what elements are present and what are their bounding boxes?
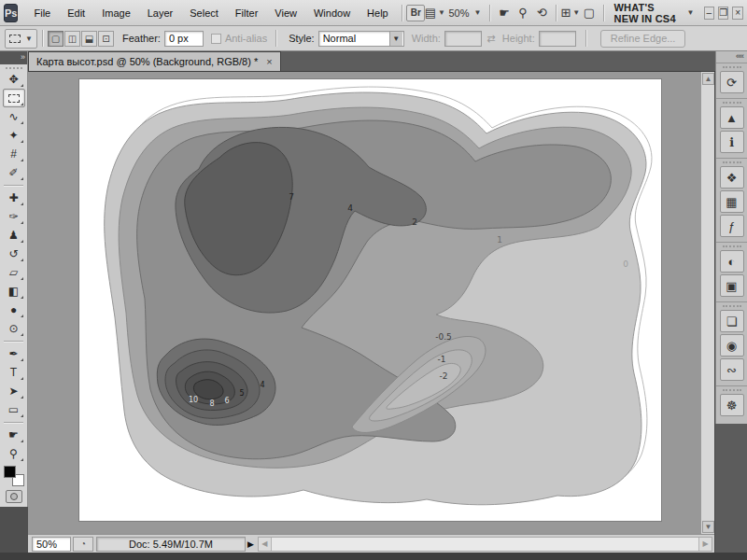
feather-input[interactable]: 0 px	[164, 31, 204, 47]
color-panel-icon[interactable]: ❖	[720, 166, 744, 189]
swatches-panel-icon[interactable]: ▦	[720, 190, 744, 213]
view-extras-button[interactable]: ▤ ▼	[425, 4, 444, 22]
status-menu-arrow-icon[interactable]: ▶	[247, 539, 254, 549]
paths-panel-icon[interactable]: ∾	[720, 358, 744, 381]
scroll-left-icon[interactable]: ◀	[259, 538, 272, 551]
foreground-color-swatch[interactable]	[4, 466, 16, 478]
vertical-scrollbar[interactable]: ▲ ▼	[700, 72, 714, 534]
menu-help[interactable]: Help	[359, 5, 397, 21]
marquee-icon	[8, 94, 20, 103]
bridge-button[interactable]: Br	[406, 5, 425, 21]
path-selection-tool[interactable]: ➤	[3, 382, 25, 400]
styles-panel-icon[interactable]: ƒ	[720, 215, 744, 237]
panel-group-grip[interactable]	[723, 102, 741, 104]
contour-label--0.5: -0.5	[435, 332, 452, 342]
move-tool[interactable]: ✥	[3, 70, 25, 89]
hand-tool[interactable]: ☛	[3, 426, 25, 444]
menu-edit[interactable]: Edit	[59, 5, 93, 21]
blur-tool[interactable]: ●	[3, 301, 25, 319]
document-page[interactable]: 74210-0.5-1-2456810	[79, 79, 661, 521]
width-input[interactable]	[444, 31, 482, 47]
panel-group-grip[interactable]	[723, 389, 741, 391]
menu-window[interactable]: Window	[305, 5, 359, 21]
scroll-up-icon[interactable]: ▲	[702, 73, 714, 85]
menu-view[interactable]: View	[266, 5, 305, 21]
zoom-tool[interactable]: ⚲	[3, 444, 25, 463]
shape-tool[interactable]: ▭	[3, 400, 25, 419]
style-select[interactable]: Normal ▼	[318, 31, 404, 47]
intersect-selection-button[interactable]: ⊡	[98, 31, 114, 47]
whats-new-menu[interactable]: WHAT'S NEW IN CS4 ▼	[609, 2, 700, 24]
anti-alias-checkbox[interactable]	[211, 34, 221, 44]
tools-panel-collapse-button[interactable]: »	[0, 51, 27, 64]
status-flyout-icon[interactable]: ◔	[73, 537, 93, 552]
navigator-panel-icon[interactable]: ☸	[720, 394, 744, 416]
tool-preset-picker[interactable]: ▼	[5, 29, 37, 49]
channels-panel-icon[interactable]: ◉	[720, 334, 744, 357]
restore-button[interactable]: ❐	[718, 7, 728, 20]
quick-selection-tool[interactable]: ✦	[3, 126, 25, 145]
swap-dimensions-icon[interactable]: ⇄	[482, 29, 500, 48]
tools-panel-grip[interactable]	[6, 67, 22, 69]
panel-group: ⟳	[716, 63, 747, 98]
blur-tool-icon: ●	[10, 303, 17, 316]
rectangular-marquee-tool[interactable]	[3, 89, 25, 107]
status-zoom-input[interactable]: 50%	[32, 537, 71, 552]
quick-mask-button[interactable]	[6, 490, 22, 503]
zoom-tool-button[interactable]: ⚲	[514, 4, 532, 22]
scroll-right-icon[interactable]: ▶	[698, 538, 712, 551]
menu-select[interactable]: Select	[181, 5, 227, 21]
history-panel-icon[interactable]: ⟳	[720, 71, 744, 93]
lasso-tool[interactable]: ∿	[3, 107, 25, 126]
panel-dock: «« ⟳▲ℹ❖▦ƒ◐▣❏◉∾☸	[715, 51, 747, 553]
eyedropper-tool[interactable]: ✐	[3, 163, 25, 182]
dock-collapse-button[interactable]: ««	[716, 51, 747, 63]
layers-panel-icon[interactable]: ❏	[720, 310, 744, 332]
canvas-work-area[interactable]: 74210-0.5-1-2456810	[28, 72, 700, 534]
info-panel-icon[interactable]: ℹ	[720, 131, 744, 153]
menu-layer[interactable]: Layer	[139, 5, 182, 21]
tab-close-icon[interactable]: ×	[266, 56, 272, 67]
flyout-corner-icon	[21, 221, 23, 224]
scroll-down-icon[interactable]: ▼	[702, 521, 714, 533]
brush-tool[interactable]: ✑	[3, 207, 25, 226]
shape-tool-icon: ▭	[8, 403, 19, 416]
zoom-level-control[interactable]: 50% ▼	[444, 7, 485, 19]
refine-edge-button[interactable]: Refine Edge...	[600, 30, 686, 48]
subtract-from-selection-button[interactable]: ⬓	[81, 31, 97, 47]
gradient-tool[interactable]: ◧	[3, 282, 25, 301]
menu-image[interactable]: Image	[93, 5, 139, 21]
type-tool[interactable]: T	[3, 363, 25, 382]
height-input[interactable]	[539, 31, 576, 47]
panel-group-grip[interactable]	[723, 305, 741, 307]
quick-selection-tool-icon: ✦	[8, 129, 18, 142]
clone-stamp-tool[interactable]: ♟	[3, 226, 25, 245]
screen-mode-button[interactable]: ▢	[580, 4, 599, 22]
eraser-tool[interactable]: ▱	[3, 263, 25, 282]
histogram-panel-icon[interactable]: ▲	[720, 106, 744, 129]
divider	[4, 185, 23, 186]
healing-brush-tool[interactable]: ✚	[3, 189, 25, 207]
new-selection-button[interactable]: ▢	[48, 31, 63, 47]
flyout-corner-icon	[21, 458, 23, 461]
panel-group-grip[interactable]	[723, 245, 741, 247]
pen-tool[interactable]: ✒	[3, 344, 25, 363]
minimize-button[interactable]: –	[704, 7, 714, 20]
history-brush-tool[interactable]: ↺	[3, 245, 25, 263]
close-button[interactable]: ×	[732, 7, 742, 20]
arrange-documents-button[interactable]: ⊞ ▼	[561, 4, 580, 22]
panel-group-grip[interactable]	[723, 66, 741, 68]
hand-tool-button[interactable]: ☛	[495, 4, 514, 22]
healing-brush-tool-icon: ✚	[8, 191, 18, 204]
dodge-tool[interactable]: ⊙	[3, 319, 25, 338]
menu-filter[interactable]: Filter	[227, 5, 266, 21]
masks-panel-icon[interactable]: ▣	[720, 274, 744, 297]
adjustments-panel-icon[interactable]: ◐	[720, 250, 744, 273]
crop-tool[interactable]: #	[3, 145, 25, 163]
document-tab[interactable]: Карта высот.psd @ 50% (Background, RGB/8…	[28, 51, 281, 71]
rotate-view-button[interactable]: ⟲	[532, 4, 551, 22]
add-to-selection-button[interactable]: ◫	[64, 31, 80, 47]
panel-group-grip[interactable]	[723, 161, 741, 163]
menu-file[interactable]: File	[25, 5, 59, 21]
horizontal-scrollbar[interactable]: ◀ ▶	[258, 537, 712, 552]
